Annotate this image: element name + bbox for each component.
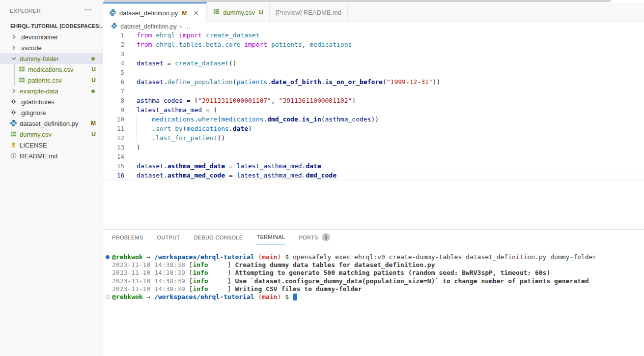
tab-label: dataset_definition.py [119,9,178,17]
line-number: 9 [103,105,124,115]
breadcrumb-separator-icon: › [180,23,182,30]
code-text: .last_for_patient() [137,133,225,143]
git-status-badge: U [91,131,96,138]
python-file-icon [109,9,116,18]
breadcrumb-more[interactable]: … [185,23,191,30]
chevron-down-icon [10,55,18,62]
code-line-2[interactable]: 2from ehrql.tables.beta.core import pati… [103,40,644,49]
tab-dataset-definition-py[interactable]: dataset_definition.pyM [103,2,207,23]
explorer-sidebar: EXPLORER ⋯ EHRQL-TUTORIAL [CODESPACES:..… [0,0,103,356]
code-text: latest_asthma_med = ( [137,105,217,115]
tab--preview-readme-md[interactable]: [Preview] README.md [270,2,348,22]
code-line-9[interactable]: 9latest_asthma_med = ( [103,105,644,115]
code-text: from ehrql import create_dataset [137,30,259,40]
code-line-11[interactable]: 11 .sort_by(medications.date) [103,124,644,133]
tab-git-status-badge: M [182,10,187,17]
file-label: dummy-folder [20,55,58,62]
line-number: 10 [103,115,124,124]
code-line-13[interactable]: 13) [103,143,644,152]
tree-indent-guide [14,64,15,75]
code-editor[interactable]: 1from ehrql import create_dataset2from e… [103,30,644,229]
code-text: dataset.define_population(patients.date_… [137,77,440,87]
tabbar-scrollbar[interactable] [104,0,611,2]
code-line-12[interactable]: 12 .last_for_patient() [103,133,644,143]
sidebar-item-medications-csv[interactable]: medications.csvU [0,64,103,75]
tab-git-status-badge: U [259,9,263,16]
file-label: patients.csv [28,77,62,84]
file-label: example-data [20,88,58,95]
code-text: ) [137,143,140,152]
sidebar-item-patients-csv[interactable]: patients.csvU [0,75,103,86]
csv-file-icon [10,130,18,138]
sidebar-item-dataset-definition-py[interactable]: dataset_definition.pyM [0,118,103,129]
panel-tab-output[interactable]: OUTPUT [157,233,180,244]
command-pending-icon[interactable] [106,295,110,299]
panel-tab-ports[interactable]: PORTS3 [299,231,330,245]
terminal-line-5: 2023-11-10 14:38:39 [info ] Writing CSV … [112,285,596,293]
sidebar-item--vscode[interactable]: .vscode [0,42,103,53]
file-label: .devcontainer [20,33,58,41]
code-line-4[interactable]: 4dataset = create_dataset() [103,59,644,68]
sidebar-item-dummy-folder[interactable]: dummy-folder [0,53,103,64]
sidebar-item-dummy-csv[interactable]: dummy.csvU [0,129,103,140]
explorer-more-actions-icon[interactable]: ⋯ [84,5,92,14]
panel-tab-label: PROBLEMS [112,235,143,240]
file-label: dummy.csv [20,131,52,138]
line-number: 14 [103,152,124,161]
code-line-15[interactable]: 15dataset.asthma_med_date = latest_asthm… [103,161,644,171]
code-line-7[interactable]: 7 [103,87,644,96]
code-line-3[interactable]: 3 [103,49,644,59]
code-line-16[interactable]: 16dataset.asthma_med_code = latest_asthm… [103,171,644,180]
csv-file-icon [213,8,220,17]
line-number: 3 [103,49,124,59]
command-decoration-icon[interactable] [106,255,110,259]
panel-tab-problems[interactable]: PROBLEMS [112,233,143,244]
panel-tab-debug-console[interactable]: DEBUG CONSOLE [194,233,243,244]
terminal-line-3: 2023-11-10 14:38:39 [info ] Attempting t… [112,269,596,277]
sidebar-item-readme-md[interactable]: README.md [0,150,103,161]
project-root-row[interactable]: EHRQL-TUTORIAL [CODESPACES:... [0,21,103,31]
file-label: dataset_definition.py [20,120,78,127]
info-file-icon [10,152,18,160]
git-status-badge: U [91,77,96,84]
terminal-output[interactable]: @rebkwok → /workspaces/ehrql-tutorial (m… [112,253,596,301]
code-text: dataset.asthma_med_date = latest_asthma_… [137,161,321,171]
python-file-icon [10,119,18,127]
chevron-right-icon [10,87,18,95]
line-number: 4 [103,59,124,68]
terminal-cursor [293,294,297,300]
terminal-line-2: 2023-11-10 14:38:38 [info ] Creating dum… [112,261,596,269]
code-text: dataset = create_dataset() [137,59,237,68]
breadcrumb-file[interactable]: dataset_definition.py [120,23,177,30]
bottom-panel: PROBLEMSOUTPUTDEBUG CONSOLETERMINALPORTS… [103,229,644,356]
sidebar-item--gitignore[interactable]: .gitignore [0,107,103,118]
code-line-10[interactable]: 10 medications.where(medications.dmd_cod… [103,115,644,124]
panel-tab-terminal[interactable]: TERMINAL [256,232,285,244]
tab-bar: dataset_definition.pyMdummy.csvU[Preview… [103,2,644,22]
sidebar-item-example-data[interactable]: example-data [0,86,103,96]
code-line-6[interactable]: 6dataset.define_population(patients.date… [103,77,644,87]
line-number: 7 [103,87,124,96]
code-line-1[interactable]: 1from ehrql import create_dataset [103,30,644,40]
modified-contents-dot [91,89,95,93]
chevron-right-icon [10,33,18,41]
panel-tab-label: DEBUG CONSOLE [194,235,243,240]
code-line-14[interactable]: 14 [103,152,644,161]
sidebar-item-license[interactable]: LICENSE [0,140,103,150]
git-file-icon [10,98,18,106]
file-label: README.md [20,152,57,160]
line-number: 11 [103,124,124,133]
git-status-badge: M [91,120,96,127]
file-label: LICENSE [20,142,47,149]
code-line-5[interactable]: 5 [103,68,644,77]
close-icon[interactable] [193,9,200,17]
tab-label: [Preview] README.md [276,9,341,16]
sidebar-item--devcontainer[interactable]: .devcontainer [0,31,103,42]
file-label: medications.csv [28,66,73,73]
breadcrumb[interactable]: dataset_definition.py › … [103,23,644,30]
terminal-line-4: 2023-11-10 14:38:39 [info ] Use `dataset… [112,277,596,285]
sidebar-item--gitattributes[interactable]: .gitattributes [0,96,103,107]
code-text: .sort_by(medications.date) [137,124,252,133]
code-line-8[interactable]: 8asthma_codes = ["39113311000001107", "3… [103,96,644,105]
tab-dummy-csv[interactable]: dummy.csvU [207,2,269,22]
